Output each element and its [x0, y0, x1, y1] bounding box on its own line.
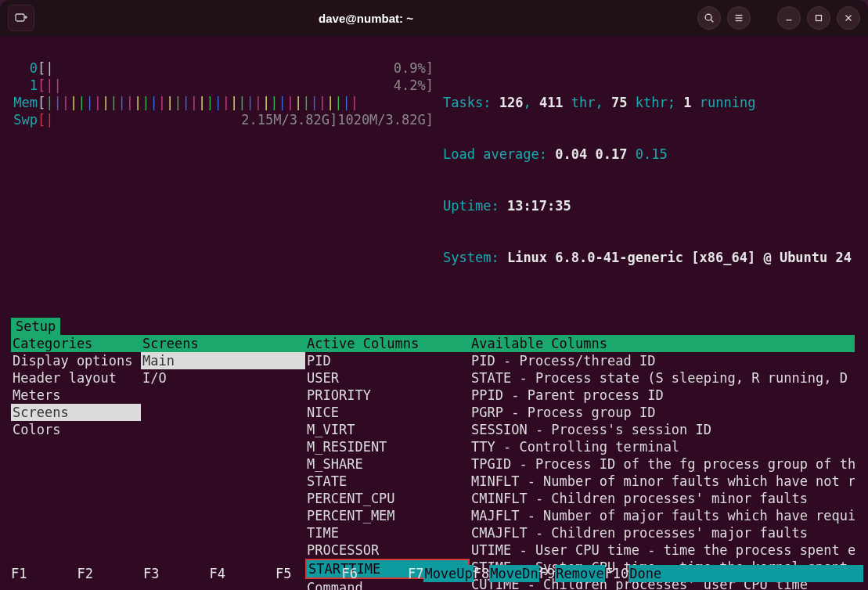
search-button[interactable]	[697, 6, 721, 30]
active-columns-panel[interactable]: Active Columns PIDUSERPRIORITYNICEM_VIRT…	[305, 335, 470, 590]
list-item[interactable]: M_VIRT	[305, 421, 470, 438]
list-item[interactable]: PERCENT_MEM	[305, 507, 470, 524]
system-line: System: Linux 6.8.0-41-generic [x86_64] …	[443, 249, 857, 266]
list-item[interactable]: Colors	[11, 421, 141, 438]
minimize-button[interactable]	[777, 6, 801, 30]
new-tab-button[interactable]	[8, 5, 34, 31]
menu-button[interactable]	[727, 6, 751, 30]
fkey-f1[interactable]: F1	[11, 565, 77, 582]
list-item[interactable]: CMINFLT - Children processes' minor faul…	[470, 490, 855, 507]
categories-panel[interactable]: Categories Display optionsHeader layoutM…	[11, 335, 141, 590]
available-columns-header: Available Columns	[470, 335, 855, 352]
fkey-f5[interactable]: F5	[276, 565, 341, 582]
list-item[interactable]: Screens	[11, 404, 141, 421]
search-icon	[704, 13, 715, 23]
list-item[interactable]: PRIORITY	[305, 387, 470, 404]
svg-rect-9	[816, 16, 822, 21]
window-title: dave@numbat: ~	[41, 12, 691, 25]
available-columns-panel[interactable]: Available Columns PID - Process/thread I…	[470, 335, 855, 590]
list-item[interactable]: PPID - Parent process ID	[470, 387, 855, 404]
categories-header: Categories	[11, 335, 141, 352]
close-icon	[843, 13, 854, 23]
list-item[interactable]: Main	[141, 352, 305, 369]
list-item[interactable]: STATE	[305, 473, 470, 490]
list-item[interactable]: Display options	[11, 352, 141, 369]
list-item[interactable]: TIME	[305, 524, 470, 541]
new-tab-icon	[15, 12, 27, 24]
uptime-line: Uptime: 13:17:35	[443, 197, 857, 214]
list-item[interactable]: MAJFLT - Number of major faults which ha…	[470, 507, 855, 524]
mem-meter: Mem[||||||||||||||||||||||||||||||||||||…	[11, 94, 434, 111]
fkey-f10[interactable]: F10Done	[605, 565, 864, 582]
terminal-body[interactable]: 0[|0.9%] 1[||4.2%] Mem[|||||||||||||||||…	[0, 36, 868, 590]
setup-tab[interactable]: Setup	[11, 318, 60, 335]
setup-panels: Categories Display optionsHeader layoutM…	[11, 335, 857, 590]
fkey-f9[interactable]: F9Remove	[539, 565, 605, 582]
titlebar: dave@numbat: ~	[0, 0, 868, 36]
cpu0-meter: 0[|0.9%]	[11, 59, 434, 77]
fkey-f6[interactable]: F6	[341, 565, 407, 582]
list-item[interactable]: NICE	[305, 404, 470, 421]
function-key-bar[interactable]: F1F2F3F4F5F6F7MoveUpF8MoveDnF9RemoveF10D…	[11, 565, 857, 582]
list-item[interactable]: UTIME - User CPU time - time the process…	[470, 541, 855, 559]
list-item[interactable]: TPGID - Process ID of the fg process gro…	[470, 455, 855, 473]
svg-line-4	[711, 20, 713, 22]
close-button[interactable]	[837, 6, 860, 30]
hamburger-icon	[733, 13, 744, 23]
list-item[interactable]: PROCESSOR	[305, 541, 470, 559]
fkey-f2[interactable]: F2	[77, 565, 142, 582]
list-item[interactable]: I/O	[141, 369, 305, 387]
fkey-f7[interactable]: F7MoveUp	[408, 565, 474, 582]
svg-point-3	[705, 14, 711, 20]
list-item[interactable]: Meters	[11, 387, 141, 404]
list-item[interactable]: PID	[305, 352, 470, 369]
fkey-f4[interactable]: F4	[209, 565, 275, 582]
load-line: Load average: 0.04 0.17 0.15	[443, 146, 857, 163]
list-item[interactable]: PGRP - Process group ID	[470, 404, 855, 421]
svg-rect-0	[16, 14, 24, 21]
list-item[interactable]: SESSION - Process's session ID	[470, 421, 855, 438]
list-item[interactable]: PERCENT_CPU	[305, 490, 470, 507]
list-item[interactable]: STATE - Process state (S sleeping, R run…	[470, 369, 855, 387]
maximize-button[interactable]	[807, 6, 830, 30]
list-item[interactable]: PID - Process/thread ID	[470, 352, 855, 369]
fkey-f3[interactable]: F3	[143, 565, 209, 582]
list-item[interactable]: USER	[305, 369, 470, 387]
minimize-icon	[783, 13, 794, 23]
list-item[interactable]: M_RESIDENT	[305, 438, 470, 455]
screens-panel[interactable]: Screens MainI/O	[141, 335, 305, 590]
active-columns-header: Active Columns	[305, 335, 470, 352]
tasks-line: Tasks: 126, 411 thr, 75 kthr; 1 running	[443, 94, 857, 111]
cpu1-meter: 1[||4.2%]	[11, 77, 434, 94]
list-item[interactable]: Header layout	[11, 369, 141, 387]
list-item[interactable]: MINFLT - Number of minor faults which ha…	[470, 473, 855, 490]
screens-header: Screens	[141, 335, 305, 352]
list-item[interactable]: M_SHARE	[305, 455, 470, 473]
fkey-f8[interactable]: F8MoveDn	[474, 565, 539, 582]
list-item[interactable]: CMAJFLT - Children processes' major faul…	[470, 524, 855, 541]
maximize-icon	[813, 13, 824, 23]
list-item[interactable]: TTY - Controlling terminal	[470, 438, 855, 455]
